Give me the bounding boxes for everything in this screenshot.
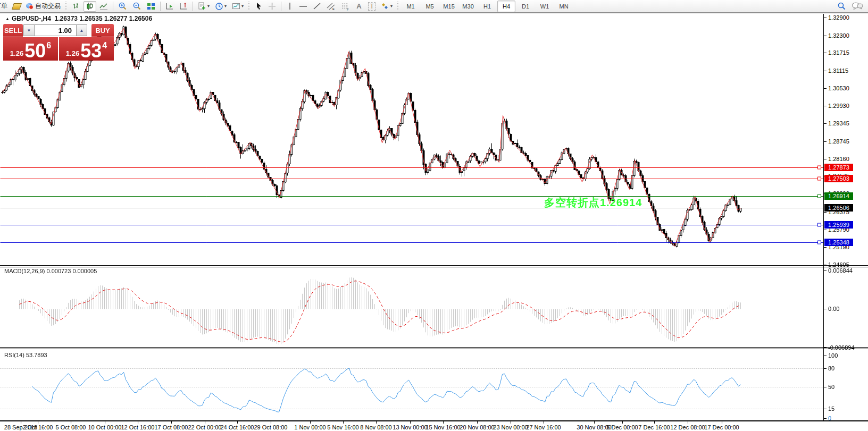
- timeframe-button-w1[interactable]: W1: [536, 1, 554, 12]
- text-tool-icon: A: [356, 2, 361, 10]
- timeframe-button-d1[interactable]: D1: [516, 1, 535, 12]
- time-axis-tick: [205, 421, 205, 424]
- pane-separator[interactable]: [0, 267, 868, 267]
- bar-chart-button[interactable]: [70, 1, 82, 12]
- pane-separator[interactable]: [0, 347, 868, 348]
- macd-pane-canvas[interactable]: [0, 268, 823, 347]
- price-axis-tick: [824, 36, 827, 36]
- price-axis-tick: [824, 71, 827, 71]
- macd-axis-label: -0.006894: [828, 344, 855, 351]
- arrows-button[interactable]: ▾: [379, 1, 395, 12]
- price-axis-label: 1.28160: [828, 156, 849, 162]
- sell-button[interactable]: SELL: [3, 24, 23, 37]
- hline-handle[interactable]: [817, 195, 821, 198]
- vertical-line-button[interactable]: [284, 1, 296, 12]
- search-icon: [837, 2, 846, 11]
- sell-price-box[interactable]: 1.26 50 6: [3, 37, 58, 61]
- time-axis-label: 17 Oct 08:00: [155, 424, 188, 430]
- timeframe-button-m1[interactable]: M1: [402, 1, 420, 12]
- history-center-button[interactable]: [11, 1, 23, 12]
- auto-scroll-button[interactable]: [163, 1, 176, 12]
- timeframe-button-h4[interactable]: H4: [497, 1, 515, 12]
- timeframe-button-mn[interactable]: MN: [555, 1, 573, 12]
- time-axis-tick: [171, 421, 172, 424]
- search-button[interactable]: [834, 1, 848, 12]
- hline-price-badge: 1.27503: [824, 175, 853, 182]
- timeframe-button-m5[interactable]: M5: [421, 1, 439, 12]
- time-axis-tick: [410, 421, 411, 424]
- volume-decrease-button[interactable]: ▼: [23, 24, 35, 36]
- templates-dropdown-arrow[interactable]: ▾: [241, 4, 244, 9]
- text-tool-button[interactable]: A: [353, 1, 365, 12]
- time-axis-label: 10 Oct 00:00: [88, 424, 122, 430]
- hline-handle[interactable]: [817, 177, 821, 181]
- rsi-axis-tick: [824, 418, 827, 419]
- indicators-icon: [198, 2, 206, 11]
- time-axis-label: 12 Oct 16:00: [121, 424, 155, 430]
- rsi-pane-canvas[interactable]: [0, 349, 823, 419]
- templates-button[interactable]: ▾: [230, 1, 246, 12]
- pane-separator[interactable]: [0, 349, 868, 349]
- periods-button[interactable]: ▾: [213, 1, 229, 12]
- hline-handle[interactable]: [817, 223, 821, 227]
- time-axis-tick: [511, 421, 511, 424]
- rsi-axis-label: 100: [828, 352, 838, 359]
- pivot-annotation-text: 多空转折点1.26914: [544, 196, 642, 210]
- hline-price-badge: 1.25939: [824, 221, 853, 229]
- trendline-button[interactable]: [311, 1, 323, 12]
- line-chart-icon: [99, 2, 108, 11]
- equidistant-channel-button[interactable]: E: [324, 1, 338, 12]
- collapse-quote-icon[interactable]: ▲: [5, 16, 10, 21]
- time-axis-tick: [237, 421, 238, 424]
- timeframe-button-m15[interactable]: M15: [440, 1, 458, 12]
- timeframe-button-m30[interactable]: M30: [459, 1, 477, 12]
- buy-button[interactable]: BUY: [91, 24, 114, 37]
- time-axis-label: 7 Dec 16:00: [638, 424, 670, 430]
- tile-windows-button[interactable]: [145, 1, 157, 12]
- zoom-out-button[interactable]: [130, 1, 144, 12]
- main-toolbar: 订单 自动交易 ▾ ▾: [0, 0, 868, 13]
- time-axis-tick: [38, 421, 38, 424]
- hline-handle[interactable]: [817, 241, 821, 244]
- price-axis-tick: [824, 88, 827, 89]
- zoom-in-button[interactable]: [116, 1, 129, 12]
- timeframe-button-h1[interactable]: H1: [478, 1, 496, 12]
- horizontal-line-button[interactable]: [297, 1, 310, 12]
- crosshair-button[interactable]: [266, 1, 278, 12]
- tile-windows-icon: [147, 2, 155, 11]
- price-chart-canvas[interactable]: [0, 14, 823, 266]
- hline-handle[interactable]: [817, 166, 821, 170]
- time-axis: 28 Sep 20182 Oct 16:005 Oct 08:0010 Oct …: [0, 420, 868, 431]
- autotrading-button[interactable]: 自动交易: [24, 1, 63, 12]
- time-axis-label: 13 Nov 00:00: [393, 424, 427, 430]
- timeframe-toolbar: M1M5M15M30H1H4D1W1MN: [401, 1, 573, 12]
- periods-dropdown-arrow[interactable]: ▾: [224, 4, 227, 9]
- price-axis-tick: [824, 123, 827, 124]
- macd-indicator-label: MACD(12,26,9) 0.000723 0.000005: [4, 268, 97, 274]
- cursor-button[interactable]: [253, 1, 265, 12]
- time-axis-tick: [622, 421, 623, 424]
- price-axis-tick: [824, 141, 827, 142]
- price-axis-tick: [824, 212, 827, 213]
- indicators-button[interactable]: ▾: [196, 1, 212, 12]
- time-axis-tick: [594, 421, 595, 424]
- arrows-dropdown-arrow[interactable]: ▾: [390, 4, 393, 9]
- line-chart-button[interactable]: [97, 1, 110, 12]
- volume-increase-button[interactable]: ▲: [76, 24, 87, 36]
- zoom-out-icon: [132, 2, 141, 11]
- indicators-dropdown-arrow[interactable]: ▾: [207, 4, 210, 9]
- time-axis-tick: [271, 421, 271, 424]
- candlestick-chart-button[interactable]: [84, 1, 96, 12]
- chat-button[interactable]: [849, 1, 865, 12]
- toolbar-gripper: [397, 2, 399, 11]
- rsi-axis-tick: [824, 387, 827, 387]
- text-label-button[interactable]: T: [366, 1, 378, 12]
- buy-price-box[interactable]: 1.26 53 4: [59, 37, 114, 61]
- new-order-button[interactable]: 订单: [0, 1, 10, 12]
- volume-field[interactable]: 1.00: [35, 24, 76, 36]
- pane-separator[interactable]: [0, 265, 868, 266]
- rsi-axis-label: 50: [828, 384, 834, 390]
- chart-shift-button[interactable]: [177, 1, 190, 12]
- svg-text:F: F: [347, 7, 349, 11]
- fibonacci-button[interactable]: F: [339, 1, 352, 12]
